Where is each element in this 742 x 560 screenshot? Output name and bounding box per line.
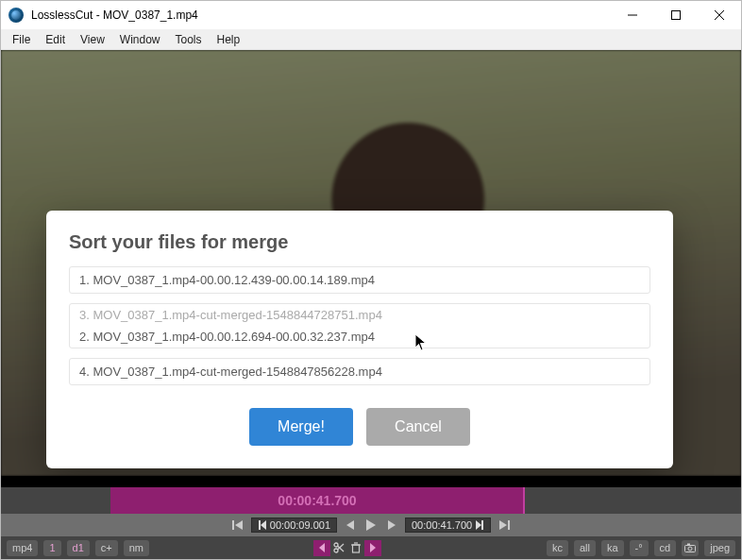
kc-pill[interactable]: kc	[547, 540, 568, 556]
file-item-3-dragging[interactable]: 3. MOV_0387_1.mp4-cut-merged-15488447287…	[70, 304, 649, 326]
app-window: LosslessCut - MOV_0387_1.mp4 File Edit V…	[0, 0, 742, 560]
menu-edit[interactable]: Edit	[38, 31, 73, 48]
ka-pill[interactable]: ka	[601, 540, 624, 556]
capture-frame-button[interactable]	[682, 540, 699, 556]
minimize-button[interactable]	[611, 1, 654, 29]
timeline-segment[interactable]: 00:00:41.700	[110, 487, 524, 514]
start-time-value: 00:00:09.001	[270, 519, 330, 531]
svg-marker-23	[370, 543, 376, 552]
svg-rect-4	[232, 520, 234, 530]
playback-controls: 00:00:09.001 00:00:41.700	[1, 514, 741, 536]
svg-rect-12	[481, 520, 483, 530]
rotation-pill[interactable]: -°	[630, 540, 649, 556]
svg-marker-8	[346, 520, 354, 530]
cut-controls	[313, 540, 381, 556]
jump-start-icon[interactable]	[258, 519, 267, 531]
titlebar: LosslessCut - MOV_0387_1.mp4	[1, 1, 741, 29]
camera-icon	[684, 543, 696, 552]
set-cut-end-button[interactable]	[364, 540, 381, 556]
play-icon[interactable]	[363, 518, 379, 533]
segment-number-pill[interactable]: 1	[43, 540, 60, 556]
maximize-button[interactable]	[654, 1, 698, 29]
menu-help[interactable]: Help	[210, 31, 248, 48]
nm-pill[interactable]: nm	[124, 540, 149, 556]
skip-to-start-icon[interactable]	[230, 518, 245, 533]
svg-marker-13	[499, 520, 507, 530]
black-strip	[1, 476, 741, 487]
file-item-4[interactable]: 4. MOV_0387_1.mp4-cut-merged-15488478562…	[69, 358, 650, 385]
d1-pill[interactable]: d1	[67, 540, 90, 556]
file-item-2[interactable]: 2. MOV_0387_1.mp4-00.00.12.694-00.00.32.…	[70, 326, 649, 348]
svg-marker-15	[319, 543, 325, 552]
svg-rect-20	[353, 545, 360, 552]
close-icon	[715, 10, 724, 20]
trash-icon[interactable]	[347, 540, 364, 556]
cancel-button[interactable]: Cancel	[366, 408, 470, 446]
cplus-pill[interactable]: c+	[95, 540, 118, 556]
bottom-bar: mp4 1 d1 c+ nm kc all ka -° cd jpeg	[1, 536, 741, 559]
set-cut-start-button[interactable]	[313, 540, 330, 556]
file-item-1[interactable]: 1. MOV_0387_1.mp4-00.00.12.439-00.00.14.…	[69, 266, 650, 294]
capture-format-pill[interactable]: jpeg	[704, 540, 735, 556]
start-time-box[interactable]: 00:00:09.001	[251, 518, 337, 533]
svg-point-25	[688, 547, 692, 551]
svg-rect-26	[687, 544, 690, 546]
menubar: File Edit View Window Tools Help	[1, 29, 741, 50]
svg-marker-5	[235, 520, 243, 530]
merge-sort-modal: Sort your files for merge 1. MOV_0387_1.…	[46, 211, 673, 468]
timeline[interactable]: 00:00:41.700	[1, 487, 741, 514]
app-icon	[8, 8, 24, 23]
video-area: Sort your files for merge 1. MOV_0387_1.…	[1, 50, 741, 476]
skip-to-end-icon[interactable]	[497, 518, 512, 533]
step-back-icon[interactable]	[343, 518, 358, 533]
sortable-file-list[interactable]: 1. MOV_0387_1.mp4-00.00.12.439-00.00.14.…	[69, 266, 650, 385]
modal-buttons: Merge! Cancel	[69, 408, 650, 446]
minimize-icon	[628, 10, 637, 20]
menu-window[interactable]: Window	[112, 31, 168, 48]
jump-end-icon[interactable]	[475, 519, 484, 531]
menu-tools[interactable]: Tools	[168, 31, 210, 48]
svg-marker-10	[388, 520, 396, 530]
end-time-box[interactable]: 00:00:41.700	[405, 518, 491, 533]
file-drop-target[interactable]: 3. MOV_0387_1.mp4-cut-merged-15488447287…	[69, 303, 650, 348]
close-button[interactable]	[698, 1, 741, 29]
end-time-value: 00:00:41.700	[412, 519, 472, 531]
modal-heading: Sort your files for merge	[69, 231, 650, 253]
cd-pill[interactable]: cd	[654, 540, 677, 556]
merge-button[interactable]: Merge!	[249, 408, 353, 446]
svg-marker-7	[261, 520, 266, 530]
svg-rect-14	[508, 520, 510, 530]
output-format-pill[interactable]: mp4	[7, 540, 38, 556]
svg-marker-9	[366, 519, 376, 531]
svg-rect-6	[259, 520, 261, 530]
step-forward-icon[interactable]	[384, 518, 399, 533]
segment-time-label: 00:00:41.700	[278, 493, 356, 508]
menu-view[interactable]: View	[73, 31, 112, 48]
window-title: LosslessCut - MOV_0387_1.mp4	[31, 8, 198, 22]
svg-rect-1	[672, 11, 681, 20]
scissors-icon[interactable]	[330, 540, 347, 556]
maximize-icon	[671, 10, 681, 20]
all-pill[interactable]: all	[574, 540, 596, 556]
svg-marker-11	[476, 520, 481, 530]
menu-file[interactable]: File	[5, 31, 38, 48]
